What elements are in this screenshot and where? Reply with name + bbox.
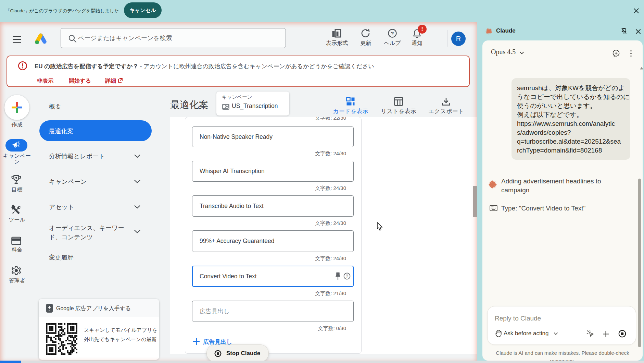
svg-text:?: ? xyxy=(391,31,394,36)
svg-text:?: ? xyxy=(346,274,348,279)
